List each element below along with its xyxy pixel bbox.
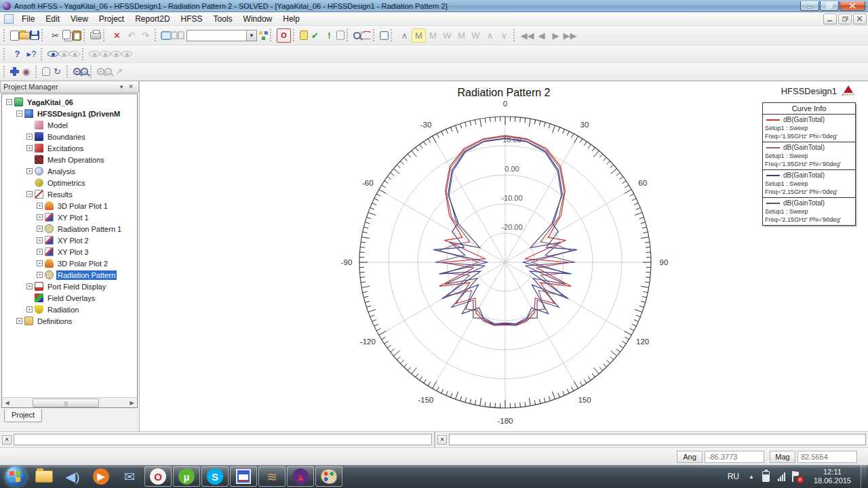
network-signal-icon[interactable]: [778, 472, 785, 481]
mdi-minimize-button[interactable]: [823, 14, 837, 24]
profile-button[interactable]: [300, 30, 308, 40]
tree-item-yagakitai-06[interactable]: −YagaKitai_06: [3, 96, 137, 108]
view-option2-button[interactable]: [100, 51, 111, 57]
zoom-out-rect-button[interactable]: −: [81, 68, 88, 75]
wave-peak-button[interactable]: ∧: [397, 28, 412, 43]
port-tool-button[interactable]: [171, 31, 178, 39]
tree-expand-icon[interactable]: +: [26, 306, 33, 312]
paste-button[interactable]: [73, 30, 81, 41]
minimize-button[interactable]: [800, 1, 819, 11]
copy-button[interactable]: [62, 30, 71, 39]
validate-button[interactable]: ✔: [308, 28, 322, 43]
analyze-all-button[interactable]: !: [322, 28, 336, 43]
battery-icon[interactable]: [762, 471, 770, 482]
menu-view[interactable]: View: [65, 13, 94, 25]
combo-dropdown-icon[interactable]: ▼: [246, 30, 256, 41]
restore-button[interactable]: [820, 1, 839, 11]
tree-item-radiation-pattern-1[interactable]: +Radiation Pattern 1: [3, 223, 137, 235]
wave-m2-button[interactable]: M: [426, 28, 440, 43]
tree-item-xy-plot-2[interactable]: +XY Plot 2: [3, 235, 137, 246]
tree-item-field-overlays[interactable]: Field Overlays: [3, 292, 137, 304]
paint-button[interactable]: [315, 466, 342, 487]
tree-expand-icon[interactable]: +: [37, 260, 43, 266]
tree-item-analysis[interactable]: +Analysis: [3, 165, 137, 177]
menu-help[interactable]: Help: [277, 13, 305, 25]
project-tab[interactable]: Project: [4, 409, 42, 422]
boolean-button[interactable]: [10, 67, 19, 76]
pan-button[interactable]: [42, 67, 50, 76]
tree-item-radiation[interactable]: +Radiation: [3, 304, 137, 315]
context-help-button[interactable]: ▸?: [24, 47, 39, 61]
fit-view-button[interactable]: ↗: [112, 64, 126, 79]
cut-button[interactable]: ✂: [48, 28, 62, 43]
help-topics-button[interactable]: ?: [10, 47, 24, 61]
explorer-button[interactable]: [31, 466, 58, 487]
wave-up-button[interactable]: ∧: [483, 28, 497, 43]
tree-item-definitions[interactable]: +Definitions: [3, 315, 137, 327]
skype-button[interactable]: S: [201, 466, 229, 487]
new-button[interactable]: [10, 30, 19, 41]
tree-expand-icon[interactable]: +: [26, 145, 33, 151]
field-search-button[interactable]: [353, 32, 361, 39]
zoom-in-rect-button[interactable]: +: [73, 68, 81, 75]
menu-hfss[interactable]: HFSS: [176, 13, 208, 25]
nav-prev-button[interactable]: ◀: [534, 28, 549, 43]
tree-expand-icon[interactable]: +: [16, 318, 22, 324]
tree-expand-icon[interactable]: +: [26, 283, 33, 289]
mdi-restore-button[interactable]: [838, 14, 852, 24]
tree-expand-icon[interactable]: −: [6, 99, 12, 105]
tree-item-port-field-display[interactable]: +Port Field Display: [3, 281, 137, 292]
start-button[interactable]: [5, 466, 26, 487]
split-button[interactable]: ◉: [19, 64, 33, 79]
tree-item-hfssdesign1-drivenm[interactable]: −HFSSDesign1 (DrivenM: [3, 108, 137, 119]
wave-down-button[interactable]: ∨: [497, 28, 511, 43]
tree-horizontal-scrollbar[interactable]: ◀ ||| ▶: [2, 397, 137, 407]
menu-window[interactable]: Window: [238, 13, 278, 25]
tree-expand-icon[interactable]: +: [37, 226, 43, 232]
wave-w2-button[interactable]: W: [469, 28, 483, 43]
view-option1-button[interactable]: [89, 51, 100, 57]
tree-expand-icon[interactable]: +: [37, 214, 43, 220]
tree-item-mesh-operations[interactable]: Mesh Operations: [3, 154, 137, 165]
utorrent-button[interactable]: µ: [173, 466, 200, 487]
mdi-close-button[interactable]: [853, 14, 867, 24]
delete-button[interactable]: ✕: [110, 28, 124, 43]
create-report-button[interactable]: [361, 31, 371, 39]
zoom-in-button[interactable]: +: [97, 68, 104, 75]
tree-item-3d-polar-plot-1[interactable]: +3D Polar Plot 1: [3, 200, 137, 211]
tray-expand-icon[interactable]: ▲: [749, 474, 754, 480]
save-button[interactable]: [30, 30, 39, 40]
curve-info-legend[interactable]: Curve Info dB(GainTotal)Setup1 : SweepFr…: [762, 102, 856, 226]
message-close-left-icon[interactable]: ✕: [2, 435, 12, 445]
copy-image-button[interactable]: [380, 31, 389, 40]
print-button[interactable]: [90, 32, 101, 39]
polar-chart[interactable]: 0306090120150-180-150-120-90-60-3010.000…: [140, 81, 868, 432]
redo-button[interactable]: ↷: [138, 28, 153, 43]
scroll-left-icon[interactable]: ◀: [2, 400, 12, 406]
nav-first-button[interactable]: ◀◀: [520, 28, 534, 43]
tree-expand-icon[interactable]: +: [26, 134, 33, 140]
save-tool-button[interactable]: [230, 466, 257, 487]
tree-item-boundaries[interactable]: +Boundaries: [3, 131, 137, 142]
view-option3-button[interactable]: [111, 51, 121, 57]
view-option4-button[interactable]: [121, 51, 132, 57]
tree-item-results[interactable]: −Results: [3, 188, 137, 200]
tree-expand-icon[interactable]: −: [26, 191, 33, 197]
visibility-button[interactable]: [47, 51, 58, 57]
wave-w1-button[interactable]: W: [440, 28, 454, 43]
menu-edit[interactable]: Edit: [40, 13, 65, 25]
message-field-right[interactable]: [449, 434, 866, 445]
message-close-right-icon[interactable]: ✕: [437, 435, 447, 445]
undo-button[interactable]: ↶: [124, 28, 138, 43]
scroll-thumb[interactable]: |||: [33, 399, 99, 407]
language-indicator[interactable]: RU: [728, 472, 739, 481]
scroll-right-icon[interactable]: ▶: [127, 400, 137, 406]
tree-item-optimetrics[interactable]: Optimetrics: [3, 177, 137, 188]
open-button[interactable]: [19, 32, 30, 39]
menu-file[interactable]: File: [16, 13, 40, 25]
tree-item-excitations[interactable]: +Excitations: [3, 142, 137, 154]
mesh-tool-button[interactable]: [178, 31, 184, 39]
rotate-button[interactable]: ↻: [50, 64, 64, 79]
show-selection-button[interactable]: [69, 51, 80, 57]
tree-expand-icon[interactable]: −: [16, 110, 22, 117]
